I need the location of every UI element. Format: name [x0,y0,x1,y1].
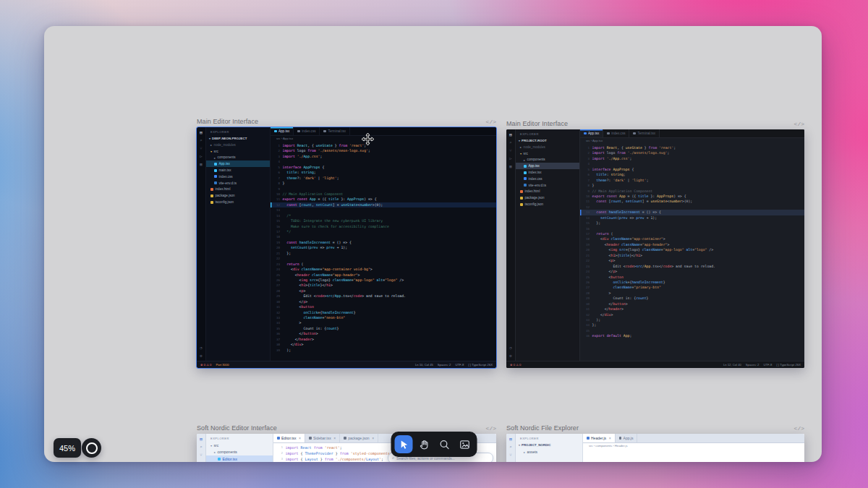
user-icon[interactable]: ◔ [200,346,202,350]
editor-tab[interactable]: index.css [294,127,320,135]
git-icon[interactable]: ⑂ [200,453,202,457]
editor-tab[interactable]: package.json× [340,434,378,442]
status-item[interactable]: Ln 10, Col 45 [415,363,433,367]
frame-title-neon[interactable]: Main Editor Interface [197,118,258,125]
tree-item[interactable]: index.tsx [516,169,579,176]
record-button[interactable] [82,438,101,458]
code-line: 37 </header> [271,337,496,342]
frame-title-nordic-explorer[interactable]: Soft Nordic File Explorer [506,424,579,432]
project-root[interactable]: ▾DEEP-NEON-PROJECT [206,135,270,142]
editor-tab[interactable]: Terminal.tsx [629,129,660,137]
git-icon[interactable]: ⑂ [509,148,511,153]
code-icon[interactable]: </> [486,425,496,432]
editor-tab[interactable]: Terminal.tsx [320,127,350,135]
zoom-tool-button[interactable] [435,435,454,453]
status-item[interactable]: Spaces: 2 [438,363,451,367]
search-icon[interactable]: ⌕ [509,140,511,145]
status-item[interactable]: { } TypeScript JSX [468,363,493,367]
debug-icon[interactable]: ▷ [509,461,511,462]
tree-item[interactable]: ▾src [206,442,273,449]
files-icon[interactable]: ▤ [200,437,202,441]
status-item[interactable]: Spaces: 2 [746,363,760,367]
tree-item[interactable]: package.json [516,194,579,201]
tree-item[interactable]: App.tsx [516,163,579,169]
tree-item[interactable]: ▸node_modules [206,142,270,148]
status-item[interactable]: UTF-8 [763,363,772,367]
settings-icon[interactable]: ⚙ [509,354,511,358]
breadcrumb: src › App.tsx [580,138,804,144]
select-tool-button[interactable] [395,435,413,453]
files-icon[interactable]: ▤ [509,437,511,441]
status-item[interactable]: ⊗ 0 ⚠ 0 [510,363,521,367]
project-root[interactable]: ▾PROJECT_NORDIC [516,442,582,448]
git-icon[interactable]: ⑂ [509,453,511,457]
status-item[interactable]: { } TypeScript JSX [776,363,801,367]
line-number: 1 [271,143,283,148]
frame-nordic-explorer[interactable]: ▤⌕⑂▷▦◔⚙EXPLORER▾PROJECT_NORDIC▸assetsHea… [506,434,804,462]
debug-icon[interactable]: ▷ [200,461,202,462]
tree-item[interactable]: ▸components [206,449,273,456]
git-icon[interactable]: ⑂ [200,146,202,150]
status-item[interactable]: UTF-8 [455,363,464,367]
ext-icon[interactable]: ▦ [509,164,511,168]
editor-tab[interactable]: App.js [616,434,638,442]
frame-neon-editor[interactable]: ▤⌕⑂▷▦◔⚙EXPLORER▾DEEP-NEON-PROJECT▸node_m… [197,127,496,368]
tree-item[interactable]: vite-env.d.ts [516,182,579,189]
tree-item[interactable]: index.html [206,187,270,193]
zoom-level-badge[interactable]: 45% [54,438,81,458]
code-icon[interactable]: </> [486,119,496,125]
tree-item[interactable]: App.tsx [206,160,270,167]
close-tab-icon[interactable]: × [372,436,374,440]
debug-icon[interactable]: ▷ [200,154,202,158]
export-image-button[interactable] [456,435,474,453]
tree-item[interactable]: ▾src [516,150,579,157]
tree-item[interactable]: ▸components [516,157,579,163]
status-item[interactable]: Ln 12, Col 40 [723,363,741,367]
status-item[interactable]: Port 3000 [216,363,229,367]
tree-item[interactable]: vite-env.d.ts [206,180,270,187]
close-tab-icon[interactable]: × [609,436,611,440]
frame-title-dark[interactable]: Main Editor Interface [506,120,568,127]
tree-item[interactable]: index.html [516,189,579,195]
tree-item[interactable]: tsconfig.json [516,201,579,207]
editor-tab[interactable]: App.tsx [580,129,603,137]
ext-icon[interactable]: ▦ [200,162,202,166]
search-icon[interactable]: ⌕ [509,445,511,449]
close-tab-icon[interactable]: × [333,436,336,440]
tree-item[interactable]: package.json [206,192,270,199]
user-icon[interactable]: ◔ [509,346,511,350]
line-number: 34 [271,320,283,325]
editor-tab[interactable]: Header.js× [583,434,616,442]
files-icon[interactable]: ▤ [509,132,511,137]
frame-title-nordic-editor[interactable]: Soft Nordic Editor Interface [197,424,277,432]
editor-tab[interactable]: Sidebar.tsx× [305,434,340,442]
editor-tab[interactable]: index.css [603,129,629,137]
tree-item[interactable]: main.tsx [206,167,270,174]
debug-icon[interactable]: ▷ [509,156,511,160]
search-icon[interactable]: ⌕ [200,138,202,142]
code-icon[interactable]: </> [794,121,804,127]
tree-item[interactable]: index.css [206,174,270,180]
close-tab-icon[interactable]: × [299,436,301,440]
status-item[interactable]: ⊗ 0 ⚠ 0 [200,363,211,367]
tree-item[interactable]: tsconfig.json [206,199,270,205]
hand-tool-button[interactable] [415,435,433,453]
editor-tab[interactable]: Editor.tsx× [273,434,305,442]
design-canvas[interactable]: Main Editor Interface </> ▤⌕⑂▷▦◔⚙EXPLORE… [44,26,822,462]
tree-item[interactable]: ▾src [206,148,270,155]
tree-item[interactable]: ▸node_modules [516,144,579,150]
tree-item[interactable]: Editor.tsx [206,455,273,462]
frame-dark-editor[interactable]: ▤⌕⑂▷▦◔⚙EXPLORER▾PROJECT-ROOT▸node_module… [506,129,804,368]
editor-tab[interactable]: App.tsx [271,127,294,135]
code-icon[interactable]: </> [794,425,804,432]
tree-item[interactable]: index.css [516,176,579,182]
project-root[interactable]: ▾PROJECT-ROOT [516,137,579,144]
code-line: 13 const handleIncrement = () => { [580,210,804,215]
file-type-icon [323,130,326,133]
settings-icon[interactable]: ⚙ [200,354,202,358]
files-icon[interactable]: ▤ [200,130,202,134]
tree-item[interactable]: ▸components [206,155,270,161]
tree-item[interactable]: ▸assets [516,448,582,455]
search-icon[interactable]: ⌕ [200,445,202,449]
file-type-icon [274,130,277,133]
